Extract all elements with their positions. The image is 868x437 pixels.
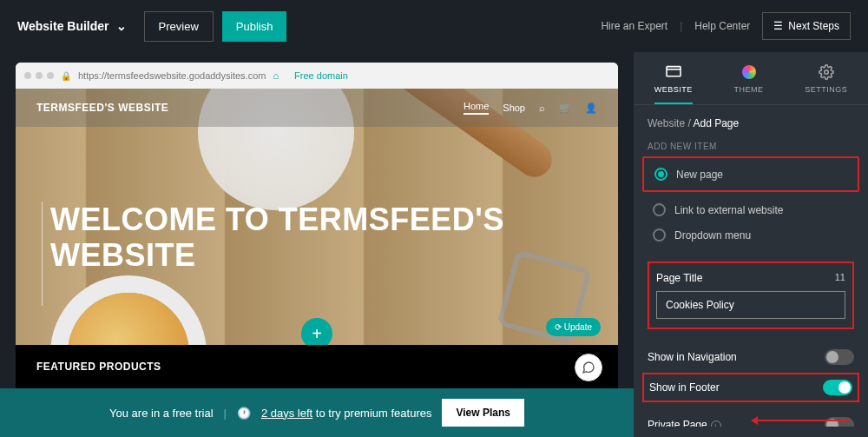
view-plans-button[interactable]: View Plans bbox=[442, 399, 523, 427]
radio-icon bbox=[653, 203, 666, 216]
next-steps-button[interactable]: ☰ Next Steps bbox=[762, 12, 851, 40]
free-domain-link[interactable]: Free domain bbox=[294, 70, 348, 81]
help-center-link[interactable]: Help Center bbox=[694, 20, 750, 32]
tab-theme-label: THEME bbox=[734, 85, 764, 94]
website-icon bbox=[665, 64, 682, 80]
trial-msg: You are in a free trial bbox=[109, 407, 213, 420]
brand[interactable]: Website Builder ⌄ bbox=[17, 19, 127, 33]
highlight-footer-toggle: Show in Footer bbox=[642, 373, 859, 402]
radio-new-page[interactable]: New page bbox=[649, 162, 852, 187]
featured-label: FEATURED PRODUCTS bbox=[36, 361, 161, 373]
radio-external-link[interactable]: Link to external website bbox=[648, 197, 854, 222]
browser-preview: 🔒 https://termsfeedswebsite.godaddysites… bbox=[16, 63, 618, 388]
theme-icon bbox=[740, 64, 758, 80]
radio-group: New page Link to external website Dropdo… bbox=[648, 156, 854, 248]
highlight-new-page: New page bbox=[642, 156, 859, 192]
svg-rect-0 bbox=[667, 67, 681, 76]
radio-link-label: Link to external website bbox=[674, 204, 783, 216]
nav-shop[interactable]: Shop bbox=[503, 103, 525, 113]
cart-icon[interactable]: 🛒 bbox=[559, 103, 571, 114]
hero-line1: WELCOME TO TERMSFEED'S bbox=[50, 202, 504, 237]
toggle-nav[interactable] bbox=[825, 349, 854, 365]
tab-settings-label: SETTINGS bbox=[805, 85, 847, 94]
toggle-private-label: Private Pagei bbox=[648, 419, 721, 427]
site-name: TERMSFEED'S WEBSITE bbox=[36, 102, 168, 114]
search-icon[interactable]: ⌕ bbox=[539, 103, 545, 113]
site-preview[interactable]: TERMSFEED'S WEBSITE Home Shop ⌕ 🛒 👤 WELC… bbox=[16, 89, 618, 388]
toggle-nav-label: Show in Navigation bbox=[648, 351, 737, 363]
annotation-arrow bbox=[753, 420, 849, 421]
radio-new-label: New page bbox=[676, 169, 723, 181]
tab-settings[interactable]: SETTINGS bbox=[805, 64, 847, 104]
brand-label: Website Builder bbox=[17, 19, 109, 33]
radio-dropdown[interactable]: Dropdown menu bbox=[648, 222, 854, 248]
update-button[interactable]: ⟳ Update bbox=[546, 318, 601, 336]
tab-theme[interactable]: THEME bbox=[734, 64, 764, 104]
add-new-label: ADD NEW ITEM bbox=[648, 142, 854, 151]
url-bar: 🔒 https://termsfeedswebsite.godaddysites… bbox=[16, 63, 618, 89]
toggle-private[interactable] bbox=[825, 417, 854, 427]
panel: Website / Add Page ADD NEW ITEM New page… bbox=[634, 105, 868, 427]
crumb-root[interactable]: Website bbox=[648, 117, 685, 129]
gear-icon bbox=[818, 64, 835, 80]
window-dots bbox=[24, 72, 54, 79]
radio-icon bbox=[653, 228, 666, 242]
days-left-link[interactable]: 2 days left bbox=[261, 407, 312, 420]
page-title-field: Page Title 11 bbox=[656, 272, 845, 319]
toggle-footer-label: Show in Footer bbox=[649, 381, 720, 394]
breadcrumb: Website / Add Page bbox=[648, 117, 854, 129]
radio-icon bbox=[654, 168, 667, 181]
sidebar-tabs: WEBSITE THEME SETTINGS bbox=[634, 52, 868, 105]
crumb-current: Add Page bbox=[693, 117, 739, 129]
toggle-nav-row: Show in Navigation bbox=[648, 341, 854, 373]
lock-icon: 🔒 bbox=[61, 71, 71, 81]
canvas-area: 🔒 https://termsfeedswebsite.godaddysites… bbox=[0, 52, 634, 437]
next-steps-label: Next Steps bbox=[788, 20, 839, 32]
svg-point-2 bbox=[824, 70, 828, 75]
nav-home[interactable]: Home bbox=[464, 101, 489, 115]
panel-footer: Create Page bbox=[634, 427, 868, 437]
clock-icon: 🕐 bbox=[237, 407, 251, 420]
hire-expert-link[interactable]: Hire an Expert bbox=[601, 20, 667, 32]
hero-line2: WEBSITE bbox=[50, 237, 196, 273]
page-title-input[interactable] bbox=[656, 291, 845, 319]
top-links: Hire an Expert | Help Center ☰ Next Step… bbox=[601, 12, 851, 40]
tab-website[interactable]: WEBSITE bbox=[654, 64, 693, 104]
highlight-page-title: Page Title 11 bbox=[648, 262, 854, 329]
tag-icon: ⌂ bbox=[273, 70, 279, 81]
sidebar: WEBSITE THEME SETTINGS Website / Add Pag… bbox=[634, 52, 868, 437]
chevron-down-icon: ⌄ bbox=[116, 19, 127, 33]
hero-text: WELCOME TO TERMSFEED'SWEBSITE bbox=[50, 202, 504, 274]
char-count: 11 bbox=[835, 272, 845, 284]
preview-button[interactable]: Preview bbox=[144, 11, 214, 42]
toggle-footer[interactable] bbox=[823, 380, 852, 395]
publish-button[interactable]: Publish bbox=[222, 11, 287, 42]
tab-website-label: WEBSITE bbox=[654, 85, 693, 94]
site-header: TERMSFEED'S WEBSITE Home Shop ⌕ 🛒 👤 bbox=[16, 89, 618, 127]
info-icon[interactable]: i bbox=[711, 420, 721, 427]
divider: | bbox=[680, 20, 682, 32]
checklist-icon: ☰ bbox=[773, 20, 783, 32]
radio-dropdown-label: Dropdown menu bbox=[674, 229, 751, 242]
page-title-label: Page Title bbox=[656, 272, 702, 284]
top-bar: Website Builder ⌄ Preview Publish Hire a… bbox=[0, 0, 868, 52]
site-nav: Home Shop ⌕ 🛒 👤 bbox=[464, 101, 597, 115]
trial-bar: You are in a free trial | 🕐 2 days left … bbox=[0, 388, 634, 437]
chat-icon[interactable] bbox=[575, 354, 602, 381]
trial-rest: to try premium features bbox=[316, 407, 432, 420]
url-text: https://termsfeedswebsite.godaddysites.c… bbox=[78, 70, 266, 81]
user-icon[interactable]: 👤 bbox=[585, 103, 597, 114]
featured-bar: FEATURED PRODUCTS bbox=[16, 345, 618, 388]
